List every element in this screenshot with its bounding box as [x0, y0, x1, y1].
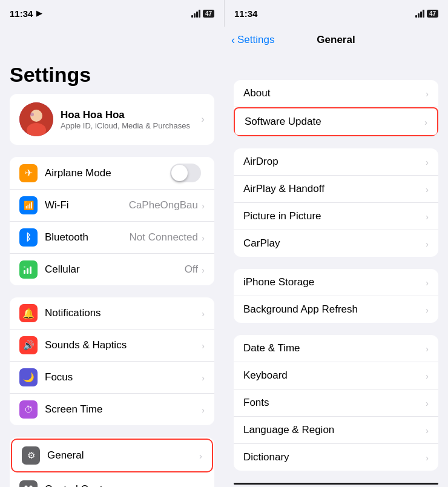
settings-item-airplane[interactable]: ✈ Airplane Mode — [10, 157, 214, 190]
left-status-icons: 47 — [191, 10, 214, 18]
right-item-carplay[interactable]: CarPlay › — [234, 230, 438, 257]
location-icon: ▶ — [36, 9, 42, 18]
wifi-value: CaPheOngBau — [129, 199, 198, 211]
pip-label: Picture in Picture — [243, 210, 426, 222]
status-bar-left: 11:34 ▶ 47 — [0, 0, 224, 27]
svg-rect-5 — [27, 268, 28, 274]
svg-rect-6 — [30, 267, 31, 274]
iphone-storage-chevron-icon: › — [426, 277, 429, 288]
signal-bars-left — [191, 10, 200, 18]
settings-title: Settings — [0, 53, 224, 94]
sounds-label: Sounds & Haptics — [45, 339, 202, 351]
settings-item-focus[interactable]: 🌙 Focus › — [10, 362, 214, 394]
connectivity-group: ✈ Airplane Mode 📶 Wi-Fi CaPheOngBau › ᛒ — [10, 157, 214, 285]
cellular-chevron-icon: › — [202, 265, 205, 275]
nav-back-button[interactable]: ‹ Settings — [231, 34, 274, 47]
cellular-label: Cellular — [45, 263, 185, 276]
signal-bars-right — [415, 10, 424, 18]
nav-title: General — [317, 34, 355, 46]
right-item-background-refresh[interactable]: Background App Refresh › — [234, 296, 438, 323]
bluetooth-icon: ᛒ — [19, 228, 38, 247]
screentime-icon: ⏱ — [19, 400, 38, 419]
profile-card[interactable]: Hoa Hoa Hoa Apple ID, iCloud, Media & Pu… — [10, 94, 214, 145]
settings-item-wifi[interactable]: 📶 Wi-Fi CaPheOngBau › — [10, 190, 214, 222]
iphone-storage-label: iPhone Storage — [243, 276, 426, 288]
control-icon — [19, 480, 38, 487]
software-update-chevron-icon: › — [424, 117, 427, 127]
profile-chevron-icon: › — [201, 113, 205, 125]
focus-icon: 🌙 — [19, 368, 38, 386]
notifications-label: Notifications — [45, 307, 202, 319]
carplay-label: CarPlay — [243, 237, 426, 250]
carplay-chevron-icon: › — [426, 239, 429, 249]
about-chevron-icon: › — [426, 88, 429, 99]
sounds-chevron-icon: › — [202, 340, 205, 351]
about-label: About — [243, 87, 426, 99]
profile-name: Hoa Hoa Hoa — [61, 109, 194, 121]
airplane-toggle[interactable] — [170, 164, 201, 182]
battery-badge-right: 47 — [427, 10, 438, 18]
right-item-iphone-storage[interactable]: iPhone Storage › — [234, 269, 438, 296]
about-group: About › Software Update › — [234, 80, 438, 136]
settings-item-bluetooth[interactable]: ᛒ Bluetooth Not Connected › — [10, 222, 214, 254]
dictionary-label: Dictionary — [243, 451, 426, 463]
general-group: ⚙ General › Control Center › — [10, 437, 214, 487]
general-chevron-icon: › — [199, 451, 202, 461]
keyboard-label: Keyboard — [243, 369, 426, 382]
settings-item-notifications[interactable]: 🔔 Notifications › — [10, 297, 214, 330]
right-status-icons: 47 — [415, 10, 438, 18]
background-refresh-label: Background App Refresh — [243, 303, 426, 316]
settings-item-general[interactable]: ⚙ General › — [11, 439, 213, 472]
right-item-language[interactable]: Language & Region › — [234, 417, 438, 444]
keyboard-chevron-icon: › — [426, 371, 429, 381]
status-bar-right: 11:34 47 — [224, 0, 448, 27]
screentime-label: Screen Time — [45, 403, 202, 416]
wifi-icon: 📶 — [19, 196, 38, 214]
right-time: 11:34 — [234, 8, 257, 19]
airdrop-label: AirDrop — [243, 156, 426, 168]
nav-bar: ‹ Settings General — [224, 27, 448, 53]
right-panel: About › Software Update › AirDrop › AirP… — [224, 53, 448, 487]
wifi-label: Wi-Fi — [45, 199, 129, 211]
right-item-datetime[interactable]: Date & Time › — [234, 335, 438, 362]
settings-item-sounds[interactable]: 🔊 Sounds & Haptics › — [10, 330, 214, 362]
right-item-keyboard[interactable]: Keyboard › — [234, 362, 438, 389]
right-item-about[interactable]: About › — [234, 80, 438, 107]
svg-rect-7 — [24, 266, 25, 268]
left-time: 11:34 — [10, 8, 33, 19]
notifications-chevron-icon: › — [202, 308, 205, 319]
general-label: General — [47, 449, 199, 462]
battery-badge-left: 47 — [203, 10, 214, 18]
datetime-label: Date & Time — [243, 342, 426, 354]
left-panel: Settings Hoa Hoa Hoa Apple ID, iCloud, M… — [0, 53, 224, 487]
toggle-thumb — [171, 165, 188, 181]
bluetooth-value: Not Connected — [130, 231, 198, 244]
fonts-label: Fonts — [243, 397, 426, 409]
right-item-pip[interactable]: Picture in Picture › — [234, 203, 438, 230]
notifications-icon: 🔔 — [19, 304, 38, 322]
avatar-image — [19, 102, 53, 136]
right-item-fonts[interactable]: Fonts › — [234, 389, 438, 417]
cellular-value: Off — [185, 263, 198, 276]
right-item-airplay[interactable]: AirPlay & Handoff › — [234, 176, 438, 203]
right-item-software-update[interactable]: Software Update › — [234, 107, 438, 136]
settings-item-screentime[interactable]: ⏱ Screen Time › — [10, 394, 214, 425]
language-label: Language & Region — [243, 424, 426, 436]
screentime-chevron-icon: › — [202, 405, 205, 415]
settings-item-cellular[interactable]: Cellular Off › — [10, 254, 214, 285]
airplane-label: Airplane Mode — [45, 167, 170, 179]
svg-rect-4 — [24, 270, 25, 274]
bluetooth-chevron-icon: › — [202, 233, 205, 243]
right-item-airdrop[interactable]: AirDrop › — [234, 148, 438, 176]
right-item-dictionary[interactable]: Dictionary › — [234, 444, 438, 471]
settings-item-control[interactable]: Control Center › — [10, 474, 214, 487]
sounds-icon: 🔊 — [19, 336, 38, 354]
pip-chevron-icon: › — [426, 211, 429, 222]
datetime-chevron-icon: › — [426, 343, 429, 354]
right-scroll-indicator — [234, 483, 438, 485]
focus-chevron-icon: › — [202, 373, 205, 383]
software-update-label: Software Update — [245, 116, 424, 128]
bluetooth-label: Bluetooth — [45, 231, 130, 244]
language-chevron-icon: › — [426, 425, 429, 436]
airdrop-group: AirDrop › AirPlay & Handoff › Picture in… — [234, 148, 438, 257]
